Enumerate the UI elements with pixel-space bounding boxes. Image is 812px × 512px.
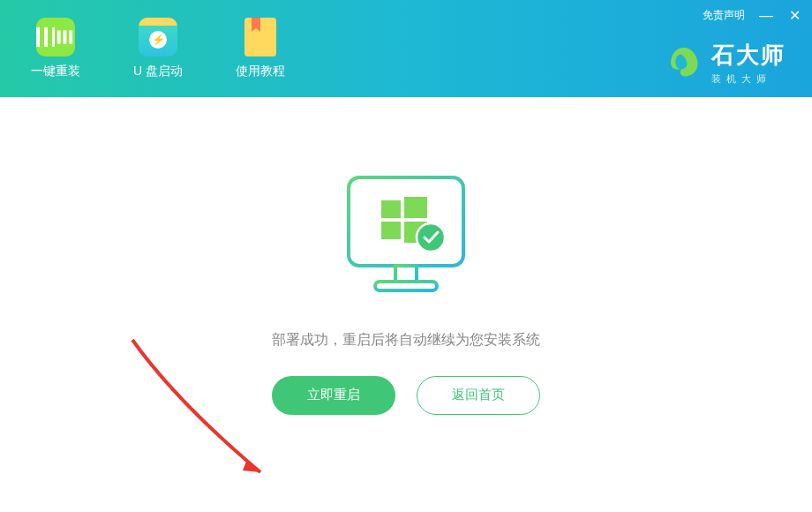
svg-rect-4 bbox=[395, 266, 417, 282]
svg-rect-2 bbox=[69, 30, 72, 43]
tutorial-icon bbox=[244, 18, 276, 56]
brand-subtitle: 装机大师 bbox=[711, 72, 786, 86]
action-buttons: 立即重启 返回首页 bbox=[272, 376, 540, 415]
button-label: 返回首页 bbox=[452, 387, 505, 403]
tab-label: 一键重装 bbox=[31, 64, 80, 79]
svg-rect-8 bbox=[381, 222, 401, 239]
tab-label: U 盘启动 bbox=[133, 64, 183, 79]
close-button[interactable]: ✕ bbox=[787, 7, 801, 24]
main-content: 部署成功，重启后将自动继续为您安装系统 立即重启 返回首页 bbox=[0, 97, 812, 512]
app-header: 一键重装 ⚡ U 盘启动 使用教程 免责声明 — ✕ 石大师 bbox=[0, 0, 812, 97]
restart-button[interactable]: 立即重启 bbox=[272, 376, 395, 415]
brand-title: 石大师 bbox=[711, 40, 786, 71]
brand-logo-icon bbox=[665, 44, 703, 81]
svg-rect-1 bbox=[64, 30, 67, 43]
status-message: 部署成功，重启后将自动继续为您安装系统 bbox=[272, 331, 540, 350]
window-controls: 免责声明 — ✕ bbox=[703, 7, 801, 24]
nav-tabs: 一键重装 ⚡ U 盘启动 使用教程 bbox=[22, 11, 294, 87]
monitor-success-icon bbox=[335, 169, 477, 305]
reinstall-icon bbox=[36, 18, 75, 56]
home-button[interactable]: 返回首页 bbox=[417, 376, 540, 415]
tab-tutorial[interactable]: 使用教程 bbox=[227, 11, 294, 87]
usb-icon: ⚡ bbox=[139, 18, 177, 56]
svg-rect-0 bbox=[57, 30, 61, 43]
minimize-button[interactable]: — bbox=[759, 8, 773, 24]
brand: 石大师 装机大师 bbox=[665, 40, 786, 86]
button-label: 立即重启 bbox=[307, 387, 360, 403]
tab-usb-boot[interactable]: ⚡ U 盘启动 bbox=[124, 11, 192, 87]
disclaimer-link[interactable]: 免责声明 bbox=[703, 8, 745, 23]
svg-rect-6 bbox=[381, 200, 401, 218]
svg-rect-5 bbox=[375, 282, 437, 290]
tab-reinstall[interactable]: 一键重装 bbox=[22, 11, 89, 87]
tab-label: 使用教程 bbox=[236, 64, 285, 79]
svg-marker-12 bbox=[243, 459, 260, 472]
svg-rect-7 bbox=[404, 197, 427, 218]
